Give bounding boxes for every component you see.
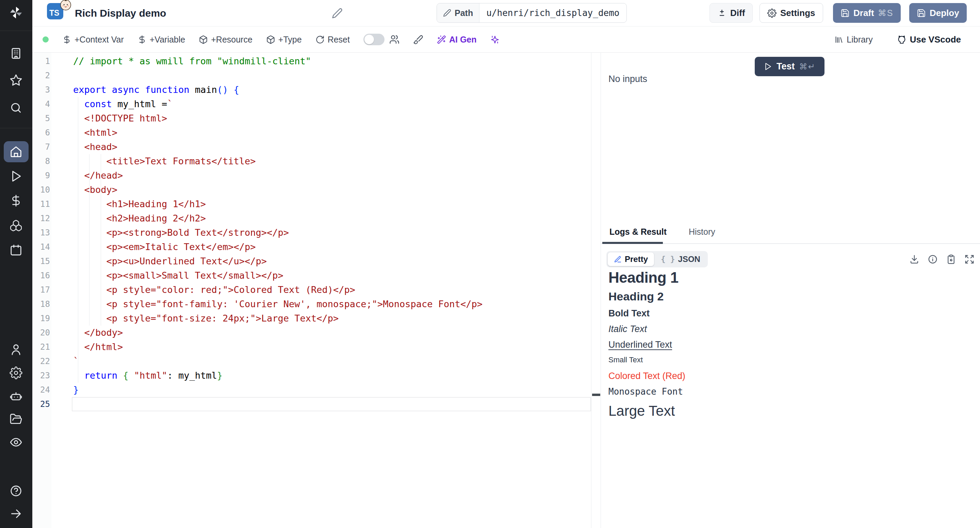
code-line-4[interactable]: 4 const my_html =` bbox=[32, 97, 591, 111]
code-line-22[interactable]: 22` bbox=[32, 354, 591, 369]
reset-button[interactable]: Reset bbox=[315, 35, 350, 45]
format-brush-button[interactable] bbox=[413, 34, 423, 45]
line-number[interactable]: 19 bbox=[32, 311, 50, 326]
diff-button[interactable]: Diff bbox=[710, 3, 753, 23]
line-number[interactable]: 6 bbox=[32, 126, 50, 140]
settings-gear-icon[interactable] bbox=[10, 366, 22, 379]
code-text[interactable]: <body> bbox=[50, 183, 118, 197]
add-resource-button[interactable]: +Resource bbox=[199, 35, 253, 45]
code-line-9[interactable]: 9 </head> bbox=[32, 169, 591, 183]
code-text[interactable]: ` bbox=[50, 354, 79, 369]
view-pretty-button[interactable]: Pretty bbox=[608, 253, 654, 266]
editor-overview-ruler[interactable] bbox=[591, 53, 601, 528]
code-text[interactable]: <h1>Heading 1</h1> bbox=[50, 197, 206, 211]
resources-boxes-icon[interactable] bbox=[10, 219, 22, 232]
sidebar-item-home[interactable] bbox=[4, 141, 29, 162]
line-number[interactable]: 21 bbox=[32, 340, 50, 354]
expand-icon[interactable] bbox=[964, 254, 975, 264]
code-line-16[interactable]: 16 <p><small>Small Text</small></p> bbox=[32, 269, 591, 283]
code-text[interactable]: <!DOCTYPE html> bbox=[50, 111, 167, 126]
code-text[interactable] bbox=[50, 68, 73, 83]
line-number[interactable]: 16 bbox=[32, 269, 50, 283]
code-text[interactable]: <head> bbox=[50, 140, 118, 154]
test-button[interactable]: Test ⌘↵ bbox=[755, 57, 824, 76]
help-icon[interactable] bbox=[10, 485, 22, 498]
line-number[interactable]: 22 bbox=[32, 354, 50, 369]
ai-gen-button[interactable]: AI Gen bbox=[437, 35, 477, 45]
code-editor[interactable]: 1// import * as wmill from "windmill-cli… bbox=[32, 53, 591, 528]
line-number[interactable]: 4 bbox=[32, 97, 50, 111]
edit-summary-pencil-icon[interactable] bbox=[332, 8, 343, 19]
schedules-calendar-icon[interactable] bbox=[10, 243, 22, 256]
code-text[interactable]: <p><u>Underlined Text</u></p> bbox=[50, 254, 267, 269]
code-text[interactable]: </body> bbox=[50, 326, 123, 340]
line-number[interactable]: 12 bbox=[32, 211, 50, 226]
code-text[interactable]: <p><small>Small Text</small></p> bbox=[50, 269, 283, 283]
line-number[interactable]: 2 bbox=[32, 68, 50, 83]
line-number[interactable]: 10 bbox=[32, 183, 50, 197]
code-line-25[interactable]: 25 bbox=[32, 397, 591, 411]
code-text[interactable]: <p><strong>Bold Text</strong></p> bbox=[50, 226, 289, 240]
clipboard-copy-icon[interactable] bbox=[946, 254, 956, 264]
code-text[interactable]: const my_html =` bbox=[50, 97, 173, 111]
code-text[interactable]: } bbox=[50, 383, 79, 397]
add-variable-button[interactable]: +Variable bbox=[137, 35, 185, 45]
code-line-17[interactable]: 17 <p style="color: red;">Colored Text (… bbox=[32, 283, 591, 297]
use-vscode-button[interactable]: Use VScode bbox=[897, 34, 961, 45]
variables-dollar-icon[interactable] bbox=[10, 194, 22, 207]
line-number[interactable]: 5 bbox=[32, 111, 50, 126]
code-text[interactable]: </head> bbox=[50, 169, 123, 183]
code-line-24[interactable]: 24} bbox=[32, 383, 591, 397]
code-line-1[interactable]: 1// import * as wmill from "windmill-cli… bbox=[32, 54, 591, 68]
workspace-building-icon[interactable] bbox=[10, 47, 22, 60]
code-line-11[interactable]: 11 <h1>Heading 1</h1> bbox=[32, 197, 591, 211]
code-line-6[interactable]: 6 <html> bbox=[32, 126, 591, 140]
tab-history[interactable]: History bbox=[689, 227, 715, 237]
code-line-8[interactable]: 8 <title>Text Formats</title> bbox=[32, 154, 591, 169]
line-number[interactable]: 9 bbox=[32, 169, 50, 183]
folders-icon[interactable] bbox=[10, 413, 22, 426]
code-line-7[interactable]: 7 <head> bbox=[32, 140, 591, 154]
code-line-15[interactable]: 15 <p><u>Underlined Text</u></p> bbox=[32, 254, 591, 269]
favorites-star-icon[interactable] bbox=[10, 74, 22, 87]
code-line-5[interactable]: 5 <!DOCTYPE html> bbox=[32, 111, 591, 126]
code-text[interactable]: </html> bbox=[50, 340, 123, 354]
line-number[interactable]: 15 bbox=[32, 254, 50, 269]
code-text[interactable] bbox=[50, 397, 73, 411]
code-text[interactable]: export async function main() { bbox=[50, 83, 239, 97]
code-line-21[interactable]: 21 </html> bbox=[32, 340, 591, 354]
line-number[interactable]: 7 bbox=[32, 140, 50, 154]
collapse-arrow-right-icon[interactable] bbox=[10, 507, 22, 520]
windmill-logo[interactable] bbox=[8, 5, 24, 21]
code-line-19[interactable]: 19 <p style="font-size: 24px;">Large Tex… bbox=[32, 311, 591, 326]
code-line-20[interactable]: 20 </body> bbox=[32, 326, 591, 340]
line-number[interactable]: 20 bbox=[32, 326, 50, 340]
code-text[interactable]: // import * as wmill from "windmill-clie… bbox=[50, 54, 311, 68]
code-text[interactable]: return { "html": my_html} bbox=[50, 369, 223, 383]
code-text[interactable]: <html> bbox=[50, 126, 118, 140]
code-line-23[interactable]: 23 return { "html": my_html} bbox=[32, 369, 591, 383]
line-number[interactable]: 24 bbox=[32, 383, 50, 397]
code-line-18[interactable]: 18 <p style="font-family: 'Courier New',… bbox=[32, 297, 591, 311]
info-icon[interactable] bbox=[928, 254, 938, 264]
sparkles-button[interactable] bbox=[490, 35, 500, 44]
code-line-14[interactable]: 14 <p><em>Italic Text</em></p> bbox=[32, 240, 591, 254]
line-number[interactable]: 1 bbox=[32, 54, 50, 68]
code-line-10[interactable]: 10 <body> bbox=[32, 183, 591, 197]
code-text[interactable]: <h2>Heading 2</h2> bbox=[50, 211, 206, 226]
path-value[interactable]: u/henri/rich_display_demo bbox=[479, 3, 626, 22]
line-number[interactable]: 13 bbox=[32, 226, 50, 240]
line-number[interactable]: 11 bbox=[32, 197, 50, 211]
code-text[interactable]: <title>Text Formats</title> bbox=[50, 154, 256, 169]
path-field[interactable]: Path u/henri/rich_display_demo bbox=[437, 3, 627, 23]
code-line-13[interactable]: 13 <p><strong>Bold Text</strong></p> bbox=[32, 226, 591, 240]
code-text[interactable]: <p style="color: red;">Colored Text (Red… bbox=[50, 283, 355, 297]
tab-logs-result[interactable]: Logs & Result bbox=[609, 227, 667, 237]
audit-eye-icon[interactable] bbox=[10, 436, 22, 449]
line-number[interactable]: 3 bbox=[32, 83, 50, 97]
line-number[interactable]: 14 bbox=[32, 240, 50, 254]
line-number[interactable]: 25 bbox=[32, 397, 50, 411]
deploy-button[interactable]: Deploy bbox=[909, 3, 967, 23]
code-text[interactable]: <p style="font-family: 'Courier New', mo… bbox=[50, 297, 482, 311]
code-line-12[interactable]: 12 <h2>Heading 2</h2> bbox=[32, 211, 591, 226]
